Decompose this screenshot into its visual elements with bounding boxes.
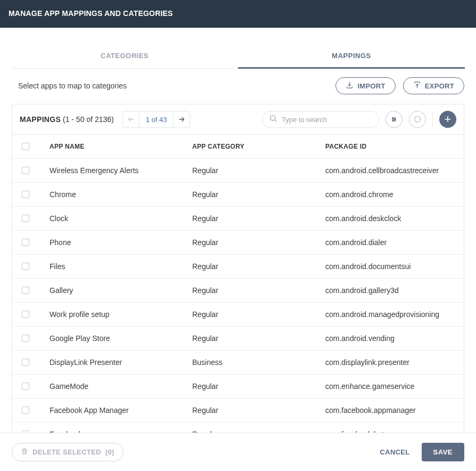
cell-app-name: Work profile setup <box>41 310 192 319</box>
pager-label: 1 of 43 <box>139 116 174 124</box>
instruction-text: Select apps to map to categories <box>18 82 127 90</box>
footer: DELETE SELECTED (0) CANCEL SAVE <box>0 433 476 471</box>
add-button[interactable]: + <box>439 111 456 128</box>
table-header: APP NAME APP CATEGORY PACKAGE ID <box>12 135 464 159</box>
row-checkbox[interactable] <box>22 215 29 222</box>
cell-app-category: Business <box>192 358 325 367</box>
cell-app-category: Regular <box>192 238 325 247</box>
table-row[interactable]: Facebook App ManagerRegularcom.facebook.… <box>12 399 464 423</box>
cell-app-name: Files <box>41 262 192 271</box>
sub-bar: Select apps to map to categories IMPORT … <box>0 69 476 104</box>
table-row[interactable]: Google Play StoreRegularcom.android.vend… <box>12 327 464 351</box>
import-button[interactable]: IMPORT <box>335 77 395 94</box>
delete-label: DELETE SELECTED <box>32 448 101 456</box>
cell-package-id: com.android.documentsui <box>325 262 464 271</box>
row-checkbox[interactable] <box>22 383 29 390</box>
pager-prev-button[interactable] <box>123 111 139 127</box>
col-app-category: APP CATEGORY <box>192 143 325 150</box>
tabs: CATEGORIES MAPPINGS <box>11 44 465 69</box>
cell-app-category: Regular <box>192 382 325 391</box>
search-icon <box>269 114 277 125</box>
row-checkbox[interactable] <box>22 287 29 294</box>
cell-app-category: Regular <box>192 286 325 295</box>
cell-package-id: com.android.deskclock <box>325 214 464 223</box>
table-row[interactable]: Work profile setupRegularcom.android.man… <box>12 303 464 327</box>
cell-app-name: Facebook <box>41 430 192 433</box>
cell-package-id: com.android.vending <box>325 334 464 343</box>
cell-app-category: Regular <box>192 406 325 415</box>
table-row[interactable]: Wireless Emergency AlertsRegularcom.andr… <box>12 159 464 183</box>
delete-selected-button[interactable]: DELETE SELECTED (0) <box>12 443 124 461</box>
cell-package-id: com.android.dialer <box>325 238 464 247</box>
svg-point-1 <box>392 117 393 118</box>
cell-app-name: Facebook App Manager <box>41 406 192 415</box>
panel-title: MAPPINGS (1 - 50 of 2136) <box>20 115 114 124</box>
search-input[interactable] <box>282 116 372 124</box>
pager: 1 of 43 <box>122 111 191 128</box>
cell-app-category: Regular <box>192 334 325 343</box>
cell-app-category: Regular <box>192 214 325 223</box>
tab-categories[interactable]: CATEGORIES <box>11 44 238 68</box>
divider <box>432 111 433 127</box>
row-checkbox[interactable] <box>22 263 29 270</box>
cell-app-name: Gallery <box>41 286 192 295</box>
cancel-button[interactable]: CANCEL <box>380 448 410 456</box>
col-app-name: APP NAME <box>41 143 192 150</box>
cell-package-id: com.displaylink.presenter <box>325 358 464 367</box>
cell-app-category: Regular <box>192 166 325 175</box>
svg-point-2 <box>395 119 396 120</box>
delete-count: (0) <box>105 448 114 456</box>
svg-point-0 <box>270 116 275 120</box>
row-checkbox[interactable] <box>22 191 29 198</box>
search-input-wrapper[interactable] <box>262 111 379 128</box>
svg-point-4 <box>415 117 421 123</box>
filter-button[interactable] <box>385 111 403 128</box>
pager-next-button[interactable] <box>174 111 190 127</box>
mappings-panel: MAPPINGS (1 - 50 of 2136) 1 of 43 <box>12 104 464 433</box>
save-button[interactable]: SAVE <box>422 443 464 461</box>
row-checkbox[interactable] <box>22 167 29 174</box>
select-all-checkbox[interactable] <box>22 143 29 150</box>
row-checkbox[interactable] <box>22 431 29 433</box>
cell-app-category: Regular <box>192 262 325 271</box>
table-row[interactable]: DisplayLink PresenterBusinesscom.display… <box>12 351 464 375</box>
table-row[interactable]: FilesRegularcom.android.documentsui <box>12 255 464 279</box>
cell-app-name: Clock <box>41 214 192 223</box>
cell-app-name: Google Play Store <box>41 334 192 343</box>
row-checkbox[interactable] <box>22 359 29 366</box>
export-button[interactable]: EXPORT <box>403 77 464 94</box>
plus-icon: + <box>445 113 452 125</box>
cell-app-category: Regular <box>192 430 325 433</box>
table-row[interactable]: ChromeRegularcom.android.chrome <box>12 183 464 207</box>
cell-package-id: com.android.gallery3d <box>325 286 464 295</box>
download-icon <box>346 81 354 91</box>
table-row[interactable]: GalleryRegularcom.android.gallery3d <box>12 279 464 303</box>
cell-package-id: com.facebook.katana <box>325 430 464 433</box>
row-checkbox[interactable] <box>22 311 29 318</box>
row-checkbox[interactable] <box>22 239 29 246</box>
cell-app-name: GameMode <box>41 382 192 391</box>
tab-mappings[interactable]: MAPPINGS <box>238 44 465 69</box>
cell-package-id: com.android.chrome <box>325 190 464 199</box>
cell-app-name: Phone <box>41 238 192 247</box>
import-label: IMPORT <box>357 82 385 90</box>
table[interactable]: APP NAME APP CATEGORY PACKAGE ID Wireles… <box>12 134 464 433</box>
page-title-bar: MANAGE APP MAPPINGS AND CATEGORIES <box>0 0 476 28</box>
table-row[interactable]: GameModeRegularcom.enhance.gameservice <box>12 375 464 399</box>
refresh-button[interactable] <box>409 111 426 128</box>
table-row[interactable]: ClockRegularcom.android.deskclock <box>12 207 464 231</box>
table-row[interactable]: FacebookRegularcom.facebook.katana <box>12 423 464 433</box>
cell-app-name: Chrome <box>41 190 192 199</box>
cell-app-name: Wireless Emergency Alerts <box>41 166 192 175</box>
trash-icon <box>21 448 28 457</box>
cell-package-id: com.enhance.gameservice <box>325 382 464 391</box>
cell-package-id: com.android.cellbroadcastreceiver <box>325 166 464 175</box>
cell-package-id: com.facebook.appmanager <box>325 406 464 415</box>
panel-title-label: MAPPINGS <box>20 115 61 124</box>
row-checkbox[interactable] <box>22 335 29 342</box>
cell-app-category: Regular <box>192 190 325 199</box>
cell-app-name: DisplayLink Presenter <box>41 358 192 367</box>
table-row[interactable]: PhoneRegularcom.android.dialer <box>12 231 464 255</box>
cell-app-category: Regular <box>192 310 325 319</box>
row-checkbox[interactable] <box>22 407 29 414</box>
